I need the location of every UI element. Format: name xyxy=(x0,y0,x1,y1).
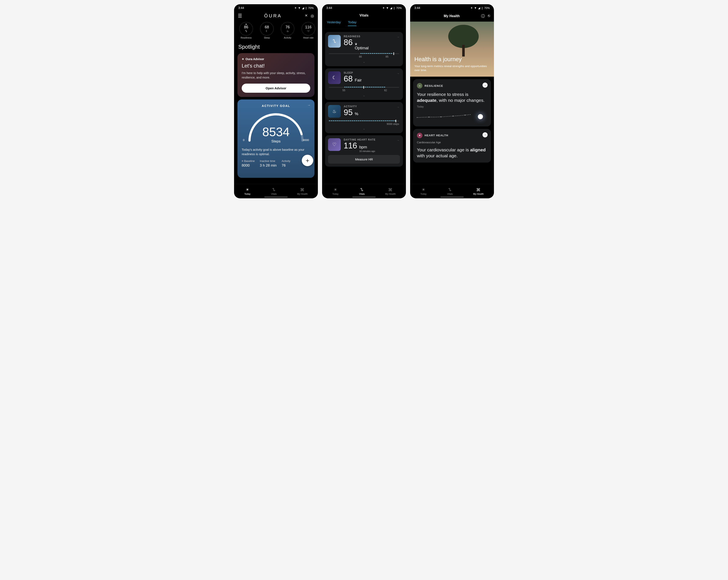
bottom-nav: ☀Today ᔐVitals 🙪My Health xyxy=(234,184,318,198)
chevron-right-icon: → xyxy=(397,105,399,109)
signal-icon: ◢ xyxy=(390,6,392,9)
tab-today[interactable]: ☀Today xyxy=(332,187,338,195)
activity-gauge xyxy=(245,111,307,142)
ring-readiness[interactable]: ♛86ᔐ Readiness xyxy=(237,22,256,39)
bluetooth-icon: ✶ xyxy=(470,6,473,9)
battery-icon: ▯ xyxy=(393,6,395,9)
crown-icon: ♛ xyxy=(355,42,358,46)
home-indicator[interactable] xyxy=(353,197,375,198)
sleep-thumb: ☾ xyxy=(328,71,341,84)
chevron-right-icon: → xyxy=(307,103,311,107)
status-icons: ✶ ▼ ◢ ▯ 70% xyxy=(383,6,402,9)
sleep-card[interactable]: → ☾ SLEEP 68 Fair 55 xyxy=(325,68,403,100)
tab-yesterday[interactable]: Yesterday xyxy=(327,20,341,26)
sun-icon: ☀ xyxy=(334,187,337,192)
sprout-icon: ᔐ xyxy=(245,30,247,33)
sleep-range xyxy=(329,87,399,87)
bluetooth-icon: ✶ xyxy=(294,6,297,9)
heart-health-card[interactable]: → ♥ HEART HEALTH Cardiovascular Age Your… xyxy=(413,129,491,163)
svg-point-4 xyxy=(441,117,441,117)
tab-today-vitals[interactable]: Today xyxy=(348,20,356,26)
tab-myhealth[interactable]: 🙪My Health xyxy=(297,187,308,195)
tab-today[interactable]: ☀Today xyxy=(244,187,250,195)
heart-thumb: ♡ xyxy=(328,138,341,151)
tab-myhealth[interactable]: 🙪My Health xyxy=(473,187,484,195)
ring-activity[interactable]: 76♨ Activity xyxy=(278,22,297,39)
activity-card[interactable]: → ♨ ACTIVITY 95 % 9000 steps xyxy=(325,102,403,133)
status-bar: 3:44 ✶ ▼ ◢ ▯ 70% xyxy=(234,4,318,11)
expand-chevron-icon[interactable]: ⌄ xyxy=(328,126,400,130)
clock: 3:44 xyxy=(326,6,332,9)
tree-icon: 🙪 xyxy=(389,187,392,192)
add-fab-button[interactable]: ＋ xyxy=(302,155,313,166)
vitals-content: Vitals Yesterday Today → ᔐ READINESS 86 … xyxy=(322,11,406,184)
resilience-card[interactable]: → ≈ RESILIENCE Your resilience to stress… xyxy=(413,79,491,126)
home-indicator[interactable] xyxy=(264,197,288,198)
wifi-icon: ▼ xyxy=(386,6,389,9)
hero-subtitle: Your long-term metrics reveal strengths … xyxy=(414,64,490,72)
gauge-min: 0 xyxy=(243,138,244,142)
top-bar: ☰ ŌURA ⪤ ◎ xyxy=(234,11,318,21)
open-advisor-button[interactable]: Open Advisor xyxy=(242,84,310,93)
day-tabs: Yesterday Today xyxy=(322,20,406,29)
status-icons: ✶ ▼ ◢ ▯ 70% xyxy=(470,6,490,9)
share-icon[interactable]: ⪤ xyxy=(304,14,308,18)
activity-goal-card[interactable]: → ACTIVITY GOAL 8534 Steps 0 9000 Today'… xyxy=(237,100,314,178)
svg-point-6 xyxy=(465,115,466,116)
tab-vitals[interactable]: ᔐVitals xyxy=(271,187,277,195)
today-screen: 3:44 ✶ ▼ ◢ ▯ 70% ☰ ŌURA ⪤ ◎ ♛86ᔐ Readine… xyxy=(234,4,318,198)
tree-illustration xyxy=(444,24,483,60)
heart-rate-card[interactable]: → ♡ DAYTIME HEART RATE 116 bpm 10 minute… xyxy=(325,135,403,167)
info-icon[interactable]: ⓘ xyxy=(481,14,485,19)
battery-pct: 70% xyxy=(396,6,402,9)
activity-score: 95 xyxy=(344,108,353,117)
signal-icon: ◢ xyxy=(302,6,304,9)
measure-hr-button[interactable]: Measure HR xyxy=(328,155,400,163)
expand-chevron-icon[interactable]: ⌄ xyxy=(328,59,400,63)
activity-goal-label: 9000 steps xyxy=(329,123,399,126)
hero-title: Health is a journey xyxy=(414,56,490,62)
ring-sleep[interactable]: 68☾ Sleep xyxy=(257,22,277,39)
sleep-score: 68 xyxy=(344,74,353,83)
sparkle-icon: ✦ xyxy=(242,57,244,61)
svg-rect-1 xyxy=(462,45,465,56)
expand-chevron-icon[interactable]: ⌄ xyxy=(328,92,400,97)
activity-thumb: ♨ xyxy=(328,105,341,118)
crown-icon: ♛ xyxy=(245,23,247,25)
signal-icon: ◢ xyxy=(478,6,480,9)
heart-timestamp: 10 minutes ago xyxy=(359,150,375,152)
tree-icon: 🙪 xyxy=(476,187,480,192)
resilience-icon: ≈ xyxy=(417,83,422,89)
score-rings-row[interactable]: ♛86ᔐ Readiness 68☾ Sleep 76♨ Activity 11… xyxy=(234,21,318,41)
tab-vitals[interactable]: ᔐVitals xyxy=(359,187,365,195)
ring-heart-rate[interactable]: 116♡ Heart rate xyxy=(299,22,318,39)
arrow-right-icon: → xyxy=(483,132,488,137)
today-content: ☰ ŌURA ⪤ ◎ ♛86ᔐ Readiness 68☾ Sleep 76♨ … xyxy=(234,11,318,184)
status-bar: 3:44 ✶ ▼ ◢ ▯ 70% xyxy=(322,4,406,11)
profile-icon[interactable]: ⎋ xyxy=(488,14,490,19)
ring-icon[interactable]: ◎ xyxy=(311,14,314,18)
tab-today[interactable]: ☀Today xyxy=(420,187,426,195)
myhealth-screen: 3:44 ✶ ▼ ◢ ▯ 70% My Health ⓘ ⎋ Health is… xyxy=(410,4,494,198)
advisor-card[interactable]: ✦Oura Advisor Let's chat! I'm here to he… xyxy=(237,53,314,97)
heart-icon: ♡ xyxy=(307,30,310,33)
status-bar: 3:44 ✶ ▼ ◢ ▯ 70% xyxy=(410,4,494,11)
bottom-nav: ☀Today ᔐVitals 🙪My Health xyxy=(410,184,494,198)
tab-myhealth[interactable]: 🙪My Health xyxy=(385,187,396,195)
clock: 3:44 xyxy=(238,6,244,9)
battery-pct: 70% xyxy=(308,6,314,9)
bottom-nav: ☀Today ᔐVitals 🙪My Health xyxy=(322,184,406,198)
home-indicator[interactable] xyxy=(440,197,464,198)
hero-banner: Health is a journey Your long-term metri… xyxy=(410,22,494,77)
readiness-card[interactable]: → ᔐ READINESS 86 ♛ Optimal xyxy=(325,32,403,66)
menu-icon[interactable]: ☰ xyxy=(238,13,242,19)
activity-stats: ≡Baseline 8000 Inactive time 3 h 28 min … xyxy=(242,159,310,168)
vitals-title: Vitals xyxy=(322,11,406,20)
flame-icon: ♨ xyxy=(287,30,289,33)
sprout-icon: ᔐ xyxy=(448,187,451,192)
tab-vitals[interactable]: ᔐVitals xyxy=(447,187,453,195)
activity-goal-title: ACTIVITY GOAL xyxy=(242,104,310,107)
activity-commentary: Today's activity goal is above baseline … xyxy=(242,148,310,156)
battery-icon: ▯ xyxy=(305,6,307,9)
heart-value: 116 xyxy=(344,141,357,150)
